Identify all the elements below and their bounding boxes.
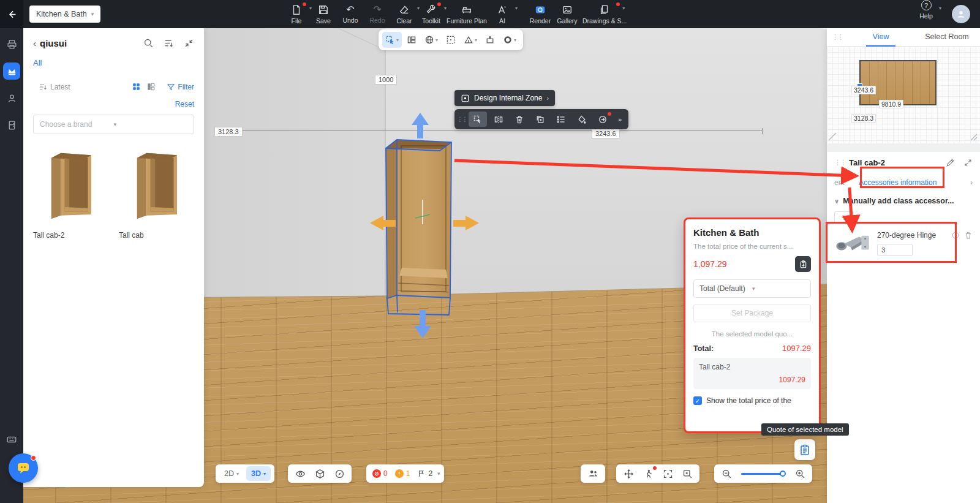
compass-button[interactable]: [331, 466, 348, 481]
issues-bar[interactable]: ⊘ 0 ! 1 2 ▾: [366, 464, 444, 483]
warning-count[interactable]: ! 1: [393, 469, 413, 478]
show-total-checkbox-row[interactable]: ✓ Show the total price of the: [693, 396, 811, 405]
cabinet-library-icon[interactable]: [3, 116, 20, 134]
menu-furniture-plan[interactable]: Furniture Plan: [445, 0, 489, 28]
product-card[interactable]: Tall cab-2: [33, 145, 108, 240]
ctx-go-button[interactable]: [594, 112, 612, 127]
measure-tool-button[interactable]: ▾: [461, 32, 480, 48]
focus-frame-button[interactable]: [659, 466, 676, 481]
menu-redo[interactable]: ↷ Redo: [364, 0, 391, 28]
donut-tool-button[interactable]: ▾: [500, 32, 519, 48]
zoom-select-button[interactable]: [679, 466, 696, 481]
toolbar-drag-handle[interactable]: ⋮⋮: [458, 112, 466, 127]
resize-handle-left[interactable]: [828, 132, 837, 141]
gizmo-up-arrow[interactable]: [412, 113, 429, 138]
manual-add-section-header[interactable]: ∨ Manually add class accessor...: [834, 197, 973, 205]
zoom-in-button[interactable]: [791, 466, 809, 481]
tab-view[interactable]: View: [848, 28, 914, 47]
mode-2d-button[interactable]: 2D ▾: [219, 466, 244, 481]
sort-latest-button[interactable]: Latest: [33, 83, 126, 91]
gizmo-right-arrow[interactable]: [453, 216, 479, 230]
accessory-quantity-input[interactable]: [877, 244, 913, 256]
ctx-select-button[interactable]: [469, 112, 487, 127]
tab-all[interactable]: All: [33, 58, 42, 67]
select-tool-button[interactable]: ▾: [382, 32, 402, 48]
tab-accessories-information[interactable]: Accessories information: [855, 175, 940, 191]
split-view-icon[interactable]: [146, 82, 156, 91]
accessory-list-item[interactable]: 270-degree Hinge: [834, 231, 973, 257]
ctx-list-button[interactable]: [552, 112, 570, 127]
floor-plan-room[interactable]: [859, 60, 937, 105]
zoom-out-button[interactable]: [718, 466, 735, 481]
support-chat-button[interactable]: [9, 453, 38, 483]
designer-icon[interactable]: [3, 89, 20, 107]
error-count[interactable]: ⊘ 0: [370, 469, 390, 478]
brand-select[interactable]: Choose a brand ▾: [33, 115, 194, 134]
material-tool-button[interactable]: ▾: [421, 32, 441, 48]
menu-gallery[interactable]: Gallery: [554, 0, 581, 28]
search-icon[interactable]: [143, 38, 154, 48]
ctx-distribute-button[interactable]: [489, 112, 508, 127]
marquee-tool-button[interactable]: [443, 32, 459, 48]
trash-icon[interactable]: [964, 231, 973, 240]
walkthrough-button[interactable]: [639, 466, 657, 481]
menu-ai[interactable]: ▾ AI: [489, 0, 516, 28]
quote-clipboard-button[interactable]: [794, 439, 815, 460]
export-quote-button[interactable]: [795, 256, 811, 272]
panel-drag-handle[interactable]: ⋮⋮: [834, 159, 845, 167]
sort-icon[interactable]: [164, 38, 174, 48]
filter-button[interactable]: Filter: [161, 83, 194, 91]
hardware-icon[interactable]: [3, 36, 20, 53]
ctx-duplicate-button[interactable]: [531, 112, 549, 127]
flag-count[interactable]: 2: [415, 469, 435, 478]
ctx-delete-button[interactable]: [510, 112, 529, 127]
structure-tool-button[interactable]: [404, 32, 420, 48]
user-avatar[interactable]: [952, 5, 970, 23]
reset-link[interactable]: Reset: [33, 100, 194, 108]
plugin-tool-button[interactable]: [482, 32, 498, 48]
product-card[interactable]: Tall cab: [119, 145, 194, 240]
menu-undo[interactable]: ↶ Undo: [337, 0, 364, 28]
tab-partial[interactable]: ent: [834, 178, 850, 187]
visibility-eye-button[interactable]: [292, 466, 309, 481]
ctx-paint-button[interactable]: [573, 112, 591, 127]
grid-view-icon[interactable]: [132, 82, 141, 91]
menu-clear[interactable]: ▾ Clear: [391, 0, 418, 28]
package-select[interactable]: Total (Default) ▾: [693, 279, 811, 298]
keyboard-shortcuts-icon[interactable]: [3, 431, 20, 448]
puzzle-icon: [485, 35, 495, 45]
set-package-button[interactable]: Set Package: [693, 304, 811, 322]
collaborators-button[interactable]: [581, 464, 605, 483]
ctx-more-button[interactable]: »: [614, 112, 625, 127]
mode-3d-button[interactable]: 3D ▾: [246, 466, 271, 481]
menu-file[interactable]: ▾ File: [283, 0, 310, 28]
caret-down-icon: ▾: [515, 6, 518, 11]
model-cube-button[interactable]: [311, 466, 328, 481]
menu-drawings[interactable]: ▾ Drawings & S...: [581, 0, 628, 28]
menu-help[interactable]: ▾ ? Help: [913, 0, 940, 20]
floor-plan-minimap[interactable]: 3243.6 9810.9 3128.3: [827, 47, 980, 143]
menu-toolkit[interactable]: ▾ Toolkit: [418, 0, 445, 28]
zoom-slider-knob[interactable]: [780, 471, 786, 477]
selected-cabinet-3d[interactable]: [343, 92, 502, 355]
collapse-panel-icon[interactable]: [184, 38, 194, 48]
expand-panel-icon[interactable]: [963, 158, 973, 167]
pan-tool-button[interactable]: [620, 466, 637, 481]
membership-crown-icon[interactable]: [3, 62, 20, 80]
caret-down-icon: ▾: [91, 11, 94, 17]
menu-save[interactable]: Save: [310, 0, 337, 28]
info-icon[interactable]: [951, 231, 960, 240]
tab-select-room[interactable]: Select Room: [914, 28, 980, 47]
checkbox-checked[interactable]: ✓: [693, 396, 702, 405]
design-internal-zone-button[interactable]: Design Internal Zone ›: [454, 90, 555, 106]
panel-drag-handle[interactable]: ⋮⋮: [832, 33, 843, 41]
add-accessory-button[interactable]: +: [834, 211, 854, 224]
chevron-left-icon[interactable]: ‹: [33, 38, 36, 48]
resize-handle-right[interactable]: [969, 132, 978, 141]
back-button[interactable]: [0, 0, 23, 28]
chevron-right-icon[interactable]: ›: [970, 178, 973, 187]
menu-render[interactable]: Render: [527, 0, 554, 28]
edit-pencil-icon[interactable]: [946, 158, 955, 167]
room-selector[interactable]: Kitchen & Bath ▾: [29, 6, 100, 23]
zoom-slider[interactable]: [741, 473, 785, 475]
